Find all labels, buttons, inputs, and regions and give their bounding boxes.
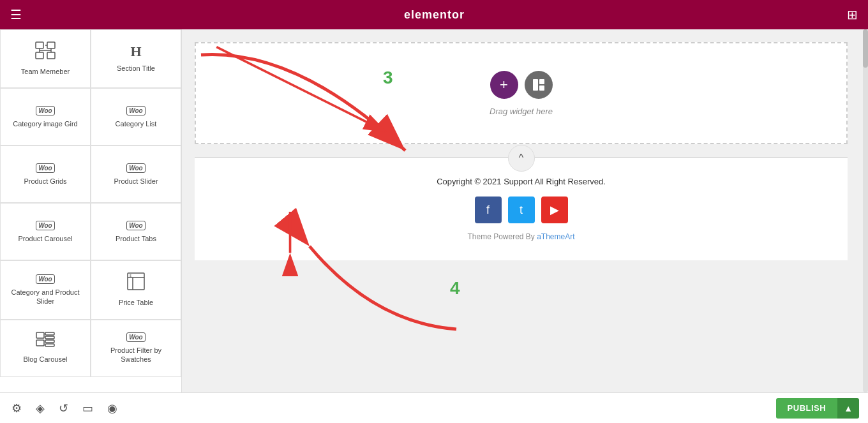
svg-rect-16 — [45, 340, 54, 343]
svg-rect-14 — [45, 336, 54, 339]
widget-category-list-label: Category List — [116, 119, 157, 128]
widget-category-image-grid[interactable]: Woo Category image Gird — [0, 88, 91, 145]
publish-area: PUBLISH ▲ — [776, 398, 859, 419]
step-4-number: 4 — [450, 278, 460, 299]
widget-product-slider-label: Product Slider — [114, 177, 158, 186]
app-title: elementor — [404, 8, 465, 22]
preview-button[interactable]: ◉ — [105, 399, 120, 418]
widget-grid: Team Memeber H Section Title Woo Categor… — [0, 29, 181, 377]
team-member-icon — [35, 41, 56, 62]
add-widget-button[interactable]: + — [490, 71, 518, 99]
woo-badge: Woo — [36, 106, 54, 115]
woo-badge-3: Woo — [36, 163, 54, 173]
main-layout: Team Memeber H Section Title Woo Categor… — [0, 29, 868, 392]
widget-section-title[interactable]: H Section Title — [91, 29, 181, 88]
widget-product-grids-label: Product Grids — [24, 177, 66, 186]
step-3-number: 3 — [383, 68, 393, 88]
woo-badge-6: Woo — [126, 221, 145, 230]
bottom-toolbar: ⚙ ◈ ↺ ▭ ◉ PUBLISH ▲ — [0, 392, 868, 423]
widget-team-member-label: Team Memeber — [21, 67, 70, 76]
responsive-button[interactable]: ▭ — [80, 399, 96, 418]
footer-collapse-icon: ^ — [519, 152, 524, 164]
widget-blog-carousel-label: Blog Carousel — [23, 355, 67, 364]
widget-category-image-grid-label: Category image Gird — [13, 119, 78, 128]
svg-rect-2 — [36, 52, 43, 59]
svg-rect-26 — [539, 85, 544, 91]
woo-badge-7: Woo — [36, 274, 54, 284]
widget-product-carousel[interactable]: Woo Product Carousel — [0, 203, 91, 260]
scrollbar-area — [860, 29, 868, 392]
facebook-button[interactable]: f — [475, 197, 502, 223]
twitter-button[interactable]: t — [508, 197, 535, 223]
drag-text: Drag widget here — [490, 107, 553, 116]
svg-rect-0 — [36, 42, 43, 48]
svg-rect-13 — [45, 332, 54, 335]
blog-carousel-icon — [36, 332, 55, 350]
footer-collapse-button[interactable]: ^ — [508, 145, 535, 172]
woo-badge-8: Woo — [126, 332, 145, 342]
widget-product-tabs-label: Product Tabs — [116, 234, 156, 243]
settings-button[interactable]: ⚙ — [9, 399, 24, 418]
svg-rect-3 — [47, 52, 55, 59]
price-table-icon: $ — [127, 272, 145, 293]
widget-product-tabs[interactable]: Woo Product Tabs — [91, 203, 181, 260]
woo-badge-5: Woo — [36, 221, 54, 230]
svg-rect-17 — [45, 344, 54, 346]
layout-button[interactable] — [525, 71, 553, 99]
widget-category-list[interactable]: Woo Category List — [91, 88, 181, 145]
history-button[interactable]: ↺ — [56, 399, 71, 418]
widget-team-member[interactable]: Team Memeber — [0, 29, 91, 88]
widget-category-product-slider[interactable]: Woo Category and Product Slider — [0, 260, 91, 319]
widget-product-grids[interactable]: Woo Product Grids — [0, 145, 91, 203]
svg-rect-25 — [539, 79, 544, 84]
theme-link[interactable]: aThemeArt — [537, 232, 574, 241]
social-icons: f t ▶ — [207, 197, 835, 223]
powered-text: Theme Powered By aThemeArt — [207, 232, 835, 241]
widget-section-title-label: Section Title — [117, 64, 155, 73]
svg-rect-1 — [47, 42, 55, 48]
publish-dropdown-button[interactable]: ▲ — [837, 398, 859, 419]
svg-rect-24 — [533, 79, 538, 91]
menu-icon[interactable]: ☰ — [10, 7, 22, 22]
drop-zone-buttons: + — [490, 71, 553, 99]
layers-button[interactable]: ◈ — [33, 399, 47, 418]
widget-price-table-label: Price Table — [119, 298, 153, 307]
grid-icon[interactable]: ⊞ — [847, 7, 858, 22]
footer-section: ^ Copyright © 2021 Support All Right Res… — [195, 157, 848, 260]
publish-button[interactable]: PUBLISH — [776, 398, 838, 419]
svg-text:$: $ — [130, 274, 131, 278]
top-bar: ☰ elementor ⊞ — [0, 0, 868, 29]
sidebar: Team Memeber H Section Title Woo Categor… — [0, 29, 182, 392]
widget-category-product-slider-label: Category and Product Slider — [7, 288, 84, 306]
copyright-text: Copyright © 2021 Support All Right Reser… — [207, 177, 835, 186]
svg-rect-15 — [36, 340, 44, 346]
widget-price-table[interactable]: $ Price Table — [91, 260, 181, 319]
content-area: 3 4 + — [182, 29, 860, 392]
woo-badge-4: Woo — [126, 163, 145, 173]
widget-product-filter-swatches[interactable]: Woo Product Filter by Swatches — [91, 320, 181, 377]
widget-product-slider[interactable]: Woo Product Slider — [91, 145, 181, 203]
toolbar-icons: ⚙ ◈ ↺ ▭ ◉ — [9, 399, 120, 418]
drop-zone[interactable]: + Drag widget here — [195, 42, 848, 144]
widget-blog-carousel[interactable]: Blog Carousel — [0, 320, 91, 377]
svg-rect-12 — [36, 332, 44, 338]
drop-zone-content: + Drag widget here — [490, 71, 553, 116]
widget-product-filter-swatches-label: Product Filter by Swatches — [98, 346, 174, 364]
widget-product-carousel-label: Product Carousel — [19, 234, 73, 243]
section-title-icon: H — [130, 45, 141, 59]
youtube-button[interactable]: ▶ — [541, 197, 568, 223]
woo-badge-2: Woo — [126, 106, 145, 115]
